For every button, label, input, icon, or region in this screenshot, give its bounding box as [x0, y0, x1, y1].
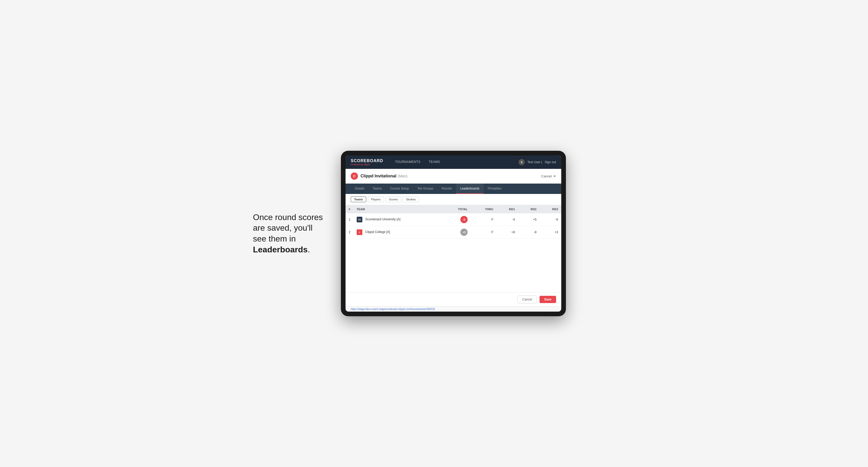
- leaderboard-table-area: # TEAM TOTAL THRU RD1 RD2 RD3 1: [345, 205, 561, 292]
- title-bar: C Clippd Invitational (Men) Cancel ✕: [345, 169, 561, 184]
- tournament-gender: (Men): [398, 174, 408, 178]
- user-avatar: S: [519, 159, 525, 165]
- sign-out-link[interactable]: Sign out: [545, 160, 556, 164]
- tab-bar: Details Teams Course Setup Tee Groups Re…: [345, 184, 561, 194]
- rd1-2: +8: [496, 226, 518, 239]
- content-area: Teams Players Scores Strokes # TEAM TOTA…: [345, 194, 561, 292]
- url-text: https://stage-blue-coach.stagescoeboard.…: [351, 308, 435, 311]
- table-row: 1 SU Scoreboard University [A] -5 F -4: [345, 213, 561, 226]
- team-name-2: C Clippd College [A]: [353, 226, 442, 239]
- score-badge-1: -5: [460, 216, 468, 223]
- col-thru: THRU: [471, 205, 496, 213]
- col-team: TEAM: [353, 205, 442, 213]
- rd3-1: -6: [539, 213, 561, 226]
- tablet-screen: SCOREBOARD Powered by clippd TOURNAMENTS…: [345, 155, 561, 312]
- score-badge-2: +3: [460, 228, 468, 236]
- col-total: TOTAL: [442, 205, 471, 213]
- user-name: Test User |: [527, 160, 542, 164]
- col-rd1: RD1: [496, 205, 518, 213]
- powered-by: Powered by clippd: [351, 163, 383, 166]
- table-row: 2 C Clippd College [A] +3 F +8: [345, 226, 561, 239]
- close-icon: ✕: [553, 174, 556, 178]
- table-header-row: # TEAM TOTAL THRU RD1 RD2 RD3: [345, 205, 561, 213]
- tab-leaderboards[interactable]: Leaderboards: [456, 184, 484, 194]
- save-button[interactable]: Save: [539, 296, 556, 303]
- col-rd2: RD2: [518, 205, 540, 213]
- tab-printables[interactable]: Printables: [484, 184, 506, 194]
- team-name-1: SU Scoreboard University [A]: [353, 213, 442, 226]
- logo-area: SCOREBOARD Powered by clippd: [351, 158, 383, 166]
- tab-tee-groups[interactable]: Tee Groups: [413, 184, 437, 194]
- filter-scores[interactable]: Scores: [385, 196, 401, 202]
- cancel-button[interactable]: Cancel: [518, 295, 537, 303]
- sub-filters: Teams Players Scores Strokes: [345, 194, 561, 205]
- total-2: +3: [442, 226, 471, 239]
- rd1-1: -4: [496, 213, 518, 226]
- col-rd3: RD3: [539, 205, 561, 213]
- top-navigation: SCOREBOARD Powered by clippd TOURNAMENTS…: [345, 155, 561, 169]
- filter-players[interactable]: Players: [368, 196, 384, 202]
- rd3-2: +3: [539, 226, 561, 239]
- tournament-icon: C: [351, 173, 358, 180]
- rd2-2: -8: [518, 226, 540, 239]
- cancel-x-button[interactable]: Cancel ✕: [541, 174, 556, 178]
- team-logo-2: C: [356, 229, 362, 235]
- filter-teams[interactable]: Teams: [351, 196, 366, 202]
- tournament-name: Clippd Invitational: [361, 174, 397, 179]
- tab-teams[interactable]: Teams: [369, 184, 386, 194]
- rank-1: 1: [345, 213, 353, 226]
- team-logo-1: SU: [356, 217, 362, 222]
- filter-strokes[interactable]: Strokes: [403, 196, 419, 202]
- col-rank: #: [345, 205, 353, 213]
- rank-2: 2: [345, 226, 353, 239]
- nav-right: S Test User | Sign out: [519, 159, 556, 165]
- url-bar: https://stage-blue-coach.stagescoeboard.…: [345, 306, 561, 312]
- leaderboard-table: # TEAM TOTAL THRU RD1 RD2 RD3 1: [345, 205, 561, 239]
- tab-details[interactable]: Details: [351, 184, 369, 194]
- thru-2: F: [471, 226, 496, 239]
- description-text: Once round scores are saved, you'll see …: [253, 213, 323, 254]
- tab-course-setup[interactable]: Course Setup: [386, 184, 413, 194]
- app-logo: SCOREBOARD: [351, 158, 383, 163]
- rd2-1: +5: [518, 213, 540, 226]
- tab-results[interactable]: Results: [437, 184, 456, 194]
- nav-teams[interactable]: TEAMS: [425, 158, 444, 166]
- nav-links: TOURNAMENTS TEAMS: [391, 158, 519, 166]
- nav-tournaments[interactable]: TOURNAMENTS: [391, 158, 425, 166]
- page-wrapper: Once round scores are saved, you'll see …: [253, 151, 615, 316]
- thru-1: F: [471, 213, 496, 226]
- total-1: -5: [442, 213, 471, 226]
- tablet-frame: SCOREBOARD Powered by clippd TOURNAMENTS…: [341, 151, 566, 316]
- bottom-bar: Cancel Save: [345, 292, 561, 306]
- left-description: Once round scores are saved, you'll see …: [253, 212, 326, 255]
